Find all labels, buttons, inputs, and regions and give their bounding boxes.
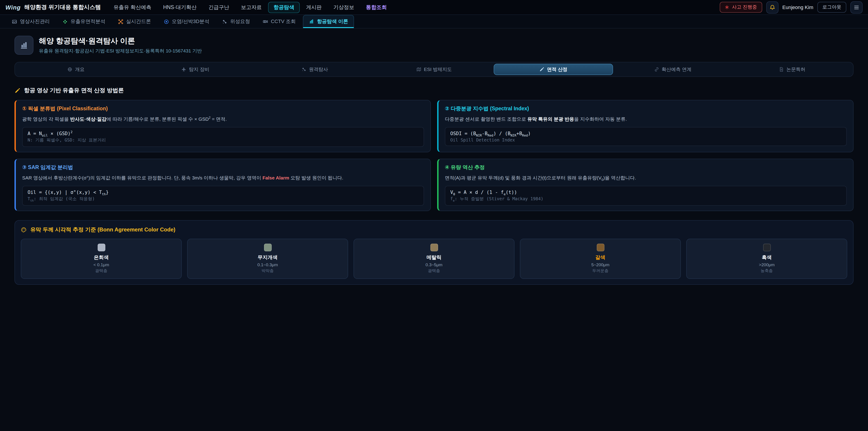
drone-icon	[118, 19, 123, 24]
globe-icon	[67, 67, 72, 72]
layer-label: 농축층	[690, 268, 843, 274]
brand: Wing 해양환경 위기대응 통합시스템	[5, 3, 101, 11]
user-name: Eunjeong Kim	[782, 4, 813, 10]
tab-detection-equipment[interactable]: 탐지 장비	[135, 64, 255, 75]
thickness-range: >200μm	[690, 262, 843, 267]
subtab-image-management[interactable]: 영상사진관리	[6, 15, 55, 28]
subtab-label: 위성요청	[230, 18, 250, 25]
tab-label: ESI 방제지도	[424, 66, 452, 72]
bonn-card-rainbow: 무지개색 0.1~0.3μm 박막층	[187, 239, 348, 279]
card-body: 광학 영상의 각 픽셀을 반사도·색상·질감에 따라 기름/해수로 분류, 분류…	[22, 115, 424, 123]
swatch-name: 은회색	[25, 254, 178, 260]
color-swatch	[430, 243, 438, 251]
layer-label: 두꺼운층	[524, 268, 677, 274]
map-icon	[416, 67, 421, 72]
tab-label: 확산예측 연계	[662, 66, 691, 72]
card-title: ④ 유량 역산 추정	[445, 164, 847, 171]
card-title: ② 다중분광 지수법 (Spectral Index)	[445, 105, 847, 112]
menu-button[interactable]	[850, 1, 863, 13]
subtab-label: 오염/선박3D분석	[172, 18, 209, 25]
topbar-right: 사고 진행중 Eunjeong Kim 로그아웃	[720, 1, 863, 13]
formula-note: fe: 누적 증발분 (Stiver & Mackay 1984)	[450, 196, 841, 202]
formula: A = Noil × (GSD)2	[28, 131, 418, 136]
swatch-name: 무지개색	[191, 254, 344, 260]
tab-area-calculation[interactable]: 면적 산정	[494, 64, 613, 75]
logout-button[interactable]: 로그아웃	[817, 2, 846, 13]
hamburger-icon	[854, 4, 860, 10]
subtab-label: 실시간드론	[126, 18, 151, 25]
nav-integrated-search[interactable]: 통합조회	[361, 2, 392, 13]
notification-bell-button[interactable]	[766, 1, 778, 13]
app-title: 해양환경 위기대응 통합시스템	[24, 3, 101, 11]
chart-icon	[20, 41, 29, 50]
bonn-card-silver-gray: 은회색 < 0.1μm 광택층	[21, 239, 182, 279]
tab-esi-map[interactable]: ESI 방제지도	[374, 64, 494, 75]
layer-label: 광택층	[358, 268, 510, 274]
tab-diffusion-forecast-link[interactable]: 확산예측 연계	[613, 64, 733, 75]
tab-remote-sensing[interactable]: 원격탐사	[255, 64, 374, 75]
swatch-name: 흑색	[690, 254, 843, 260]
nav-emergency-rescue[interactable]: 긴급구난	[203, 2, 235, 13]
bonn-card-brown: 갈색 5~200μm 두꺼운층	[520, 239, 681, 279]
image-icon	[12, 19, 17, 24]
nav-reports[interactable]: 보고자료	[236, 2, 267, 13]
nav-hns-atmospheric[interactable]: HNS·대기확산	[158, 2, 202, 13]
doc-icon	[779, 67, 784, 72]
subtab-aerial-search-theory[interactable]: 항공탐색 이론	[303, 15, 354, 28]
tab-overview[interactable]: 개요	[16, 64, 135, 75]
method-card-spectral-index: ② 다중분광 지수법 (Spectral Index) 다중분광 센서로 촬영한…	[437, 100, 854, 152]
bonn-heading: 유막 두께 시각적 추정 기준 (Bonn Agreement Color Co…	[21, 226, 847, 234]
layer-label: 박막층	[191, 268, 344, 274]
formula-note: Oil Spill Detection Index	[450, 137, 841, 143]
subtab-label: 영상사진관리	[20, 18, 50, 25]
app-root: Wing 해양환경 위기대응 통합시스템 유출유 확산예측 HNS·대기확산 긴…	[0, 0, 868, 431]
color-swatch	[97, 243, 105, 251]
page-header: 해양 항공탐색·원격탐사 이론 유출유 원격탐지·항공감시 기법·ESI 방제정…	[14, 36, 854, 55]
color-swatch	[264, 243, 272, 251]
formula: OSDI = (BNIR-BRed) / (BNIR+BRed)	[450, 131, 841, 136]
method-card-volume-inversion: ④ 유량 역산 추정 면적(A)과 평균 유막 두께(d) 및 풍화 경과 시간…	[437, 159, 854, 211]
palette-icon	[21, 227, 27, 233]
subtab-satellite-request[interactable]: 위성요청	[217, 15, 255, 28]
nav-aerial-search[interactable]: 항공탐색	[268, 2, 300, 13]
nav-oil-spread-forecast[interactable]: 유출유 확산예측	[108, 2, 157, 13]
pencil-icon	[539, 67, 544, 72]
tab-label: 탐지 장비	[189, 66, 209, 72]
method-card-sar-threshold: ③ SAR 임계값 분리법 SAR 영상에서 후방산란계수(σ°)의 임계값 이…	[14, 159, 431, 211]
nav-weather-info[interactable]: 기상정보	[328, 2, 360, 13]
bonn-card-metallic: 메탈릭 0.3~5μm 광택층	[353, 239, 515, 279]
formula-block: OSDI = (BNIR-BRed) / (BNIR+BRed) Oil Spi…	[445, 127, 847, 146]
method-card-pixel-classification: ① 픽셀 분류법 (Pixel Classification) 광학 영상의 각…	[14, 100, 431, 152]
subtab-oil-area-analysis[interactable]: 유출유면적분석	[57, 15, 111, 28]
thickness-range: 5~200μm	[524, 262, 677, 267]
flower-icon	[62, 19, 68, 24]
bell-icon	[769, 4, 775, 10]
page-subtitle: 유출유 원격탐지·항공감시 기법·ESI 방제정보지도·등록특허 10-1567…	[39, 48, 202, 54]
tab-label: 논문특허	[786, 66, 805, 72]
formula-block: V0 = A × d / (1 - fe(t)) fe: 누적 증발분 (Sti…	[445, 186, 847, 206]
tab-papers-patents[interactable]: 논문특허	[733, 64, 852, 75]
nav-board[interactable]: 게시판	[301, 2, 327, 13]
bonn-grid: 은회색 < 0.1μm 광택층 무지개색 0.1~0.3μm 박막층 메탈릭 0…	[21, 239, 847, 279]
formula-block: A = Noil × (GSD)2 N: 기름 픽셀수, GSD: 지상 표본거…	[22, 127, 424, 147]
scan-icon	[164, 19, 169, 24]
thickness-range: 0.1~0.3μm	[191, 262, 344, 267]
swatch-name: 갈색	[524, 254, 677, 260]
subtab-pollution-ship-3d[interactable]: 오염/선박3D분석	[158, 15, 215, 28]
satellite-icon	[222, 19, 227, 24]
incident-badge-label: 사고 진행중	[732, 4, 757, 10]
satellite-icon	[301, 67, 306, 72]
subtab-realtime-drone[interactable]: 실시간드론	[113, 15, 156, 28]
color-swatch	[763, 243, 771, 251]
subtab-cctv-view[interactable]: CCTV 조회	[257, 15, 301, 28]
incident-status-badge[interactable]: 사고 진행중	[720, 2, 762, 13]
chart-icon	[309, 19, 314, 24]
card-title: ① 픽셀 분류법 (Pixel Classification)	[22, 105, 424, 112]
section-tabs: 개요 탐지 장비 원격탐사 ESI 방제지도 면적 산정 확산예측 연계	[14, 62, 854, 77]
layer-label: 광택층	[25, 268, 178, 274]
link-icon	[654, 67, 659, 72]
subtab-label: 항공탐색 이론	[317, 18, 348, 25]
camera-icon	[263, 19, 268, 24]
main-content: 해양 항공탐색·원격탐사 이론 유출유 원격탐지·항공감시 기법·ESI 방제정…	[0, 29, 868, 284]
card-title: ③ SAR 임계값 분리법	[22, 164, 424, 171]
